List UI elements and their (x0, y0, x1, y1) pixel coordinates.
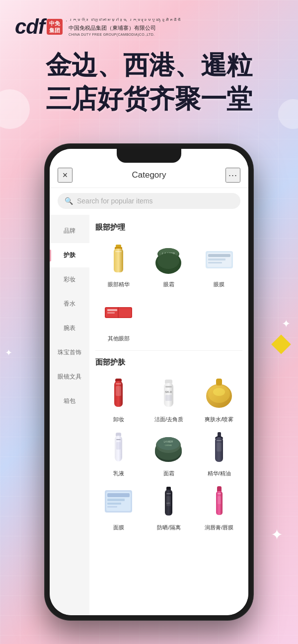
svg-text:SK-II: SK-II (165, 390, 172, 393)
item-eye-cream[interactable]: LA MER 眼霜 (146, 238, 192, 288)
svg-rect-17 (107, 309, 117, 311)
other-eye-label: 其他眼部 (108, 335, 130, 342)
svg-rect-53 (107, 506, 117, 508)
svg-rect-14 (208, 262, 222, 263)
item-other-eye[interactable]: 其他眼部 (95, 292, 142, 342)
eye-serum-label: 眼部精华 (108, 281, 130, 288)
svg-rect-47 (217, 443, 222, 451)
face-mask-icon (102, 485, 135, 517)
section-title-face: 面部护肤 (95, 358, 242, 367)
lotion-icon (102, 431, 135, 463)
item-lip[interactable]: 润唇膏/唇膜 (196, 481, 242, 531)
sidebar-item-fragrance[interactable]: 香水 (50, 292, 89, 316)
close-button[interactable]: × (58, 168, 73, 183)
sidebar-item-brand[interactable]: 品牌 (50, 219, 89, 243)
app-screen: × Category ··· 🔍 Search for popular item… (50, 149, 248, 615)
makeup-remover-label: 卸妆 (113, 416, 124, 423)
item-face-mask[interactable]: 面膜 (95, 481, 142, 531)
svg-text:SPF: SPF (167, 502, 171, 505)
serum-label: 精华/精油 (208, 470, 231, 477)
section-divider (95, 350, 242, 351)
cream-label: 面霜 (163, 470, 174, 477)
item-sunscreen[interactable]: SPF 防晒/隔离 (146, 481, 192, 531)
logo-row: cdf 中免 集团 ក្រុមហ៊ុន ជាញជាតា សម្ព័ន្ធ​ ក្… (15, 15, 283, 39)
lotion-image (99, 427, 139, 467)
phone-inner: × Category ··· 🔍 Search for popular item… (50, 149, 248, 615)
eye-serum-image (99, 238, 139, 278)
eye-cream-icon: LA MER (152, 242, 185, 274)
sunscreen-image: SPF (149, 481, 189, 521)
cleanser-image: SK-II (149, 373, 189, 413)
item-lotion[interactable]: 乳液 (95, 427, 142, 477)
serum-icon (203, 431, 235, 463)
sidebar: 品牌 护肤 彩妆 香水 腕表 (50, 215, 89, 615)
eye-mask-icon (203, 242, 235, 274)
cdf-text: cdf (15, 15, 45, 39)
company-khmer: ក្រុមហ៊ុន ជាញជាតា សម្ព័ន្ធ​ ក្រុម (ខេមបូ… (69, 17, 181, 23)
item-makeup-remover[interactable]: 卸妆 (95, 373, 142, 423)
company-info: ក្រុមហ៊ុន ជាញជាតា សម្ព័ន្ធ​ ក្រុម (ខេមបូ… (69, 17, 181, 36)
svg-rect-36 (116, 442, 121, 450)
search-placeholder: Search for popular items (77, 197, 153, 205)
serum-image (199, 427, 239, 467)
app-title: Category (132, 170, 166, 180)
sidebar-item-watch[interactable]: 腕表 (50, 316, 89, 340)
sparkle-icon-1: ✦ (282, 318, 291, 330)
phone-wrapper: × Category ··· 🔍 Search for popular item… (45, 144, 253, 620)
phone-notch (117, 149, 181, 163)
svg-rect-26 (165, 386, 172, 387)
svg-rect-35 (116, 439, 121, 440)
svg-rect-2 (114, 249, 123, 272)
svg-rect-31 (216, 379, 222, 386)
eye-cream-image: LA MER (149, 238, 189, 278)
svg-rect-13 (208, 258, 225, 260)
main-panel: 眼部护理 (89, 215, 248, 615)
svg-point-9 (157, 253, 179, 269)
sidebar-item-skincare[interactable]: 护肤 (50, 243, 89, 267)
headline: 金边、西港、暹粒 三店好货齐聚一堂 (15, 49, 283, 116)
svg-text:LA MER: LA MER (164, 440, 173, 443)
item-eye-serum[interactable]: 眼部精华 (95, 238, 142, 288)
svg-rect-12 (208, 254, 230, 257)
eye-mask-image (199, 238, 239, 278)
cleanser-label: 洁面/去角质 (154, 416, 183, 423)
lotion-label: 乳液 (113, 470, 124, 477)
item-eye-mask[interactable]: 眼膜 (196, 238, 242, 288)
svg-rect-46 (217, 440, 222, 441)
item-cream[interactable]: LA MER CRÈME 面霜 (146, 427, 192, 477)
sidebar-item-luggage[interactable]: 箱包 (50, 389, 89, 413)
svg-point-32 (213, 388, 225, 396)
makeup-remover-icon (102, 377, 135, 409)
svg-rect-50 (107, 493, 130, 497)
face-mask-image (99, 481, 139, 521)
toner-image (199, 373, 239, 413)
section-title-eye: 眼部护理 (95, 223, 242, 232)
phone-outer: × Category ··· 🔍 Search for popular item… (45, 144, 253, 620)
svg-rect-23 (116, 386, 121, 396)
item-cleanser[interactable]: SK-II 洁面/去角质 (146, 373, 192, 423)
sidebar-item-jewelry[interactable]: 珠宝首饰 (50, 340, 89, 365)
eye-mask-label: 眼膜 (214, 281, 224, 288)
svg-rect-57 (166, 496, 171, 506)
face-care-grid: 卸妆 (95, 373, 242, 531)
svg-rect-56 (166, 493, 171, 494)
search-icon: 🔍 (65, 197, 73, 205)
sparkle-icon-2: ✦ (271, 526, 283, 543)
search-input-wrapper[interactable]: 🔍 Search for popular items (58, 193, 240, 209)
eye-care-grid: 眼部精华 LA MER (95, 238, 242, 342)
sidebar-item-makeup[interactable]: 彩妆 (50, 267, 89, 292)
company-english: CHINA DUTY FREE GROUP(CAMBODIA)CO.,LTD. (69, 33, 181, 36)
cleanser-icon: SK-II (152, 377, 185, 409)
eye-serum-icon (102, 242, 135, 274)
logo-badge: 中免 集团 (47, 19, 63, 35)
item-serum[interactable]: 精华/精油 (196, 427, 242, 477)
toner-icon (203, 377, 235, 409)
sidebar-item-eyewear[interactable]: 眼镜文具 (50, 365, 89, 389)
svg-rect-52 (107, 503, 121, 505)
lip-icon (203, 485, 235, 517)
company-chinese: 中国免税品集团（柬埔寨）有限公司 (69, 24, 181, 32)
eye-cream-label: 眼霜 (163, 281, 174, 288)
svg-rect-28 (165, 395, 172, 401)
item-toner[interactable]: 爽肤水/喷雾 (196, 373, 242, 423)
more-button[interactable]: ··· (225, 168, 240, 183)
